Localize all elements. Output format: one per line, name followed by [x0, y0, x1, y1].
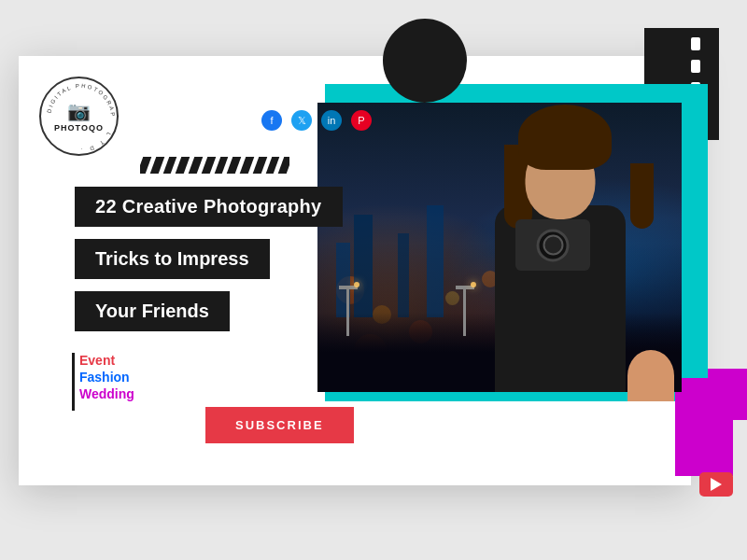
linkedin-icon[interactable]: in	[321, 110, 342, 131]
pinterest-icon[interactable]: P	[351, 110, 372, 131]
dark-semicircle-deco	[383, 19, 467, 103]
logo-curved-text-svg: DIGITAL PHOTOGRAPHY STUDIO L T D .	[41, 78, 120, 158]
title-line-1-box: 22 Creative Photography	[75, 187, 343, 227]
title-line-3-box: Your Friends	[75, 291, 230, 331]
camera-lens	[537, 229, 570, 261]
building-4	[427, 205, 444, 317]
title-line-3-text: Your Friends	[95, 301, 209, 321]
youtube-icon[interactable]	[699, 472, 733, 497]
stripe-decoration	[140, 157, 289, 174]
facebook-icon[interactable]: f	[261, 110, 282, 131]
category-event: Event	[79, 353, 134, 368]
stripe-3	[162, 157, 176, 174]
title-line-2-text: Tricks to Impress	[95, 248, 249, 269]
main-card: DIGITAL PHOTOGRAPHY STUDIO L T D . 📷 PHO…	[19, 56, 691, 485]
film-hole-1	[691, 37, 700, 50]
stripe-9	[240, 157, 254, 174]
stripe-4	[176, 157, 190, 174]
deco-magenta-rect	[675, 378, 733, 476]
svg-text:L T D .: L T D .	[78, 132, 111, 153]
category-fashion: Fashion	[79, 370, 134, 385]
streetlight-1	[346, 289, 349, 336]
photo-area	[317, 103, 682, 392]
camera-body	[515, 219, 590, 271]
logo-area: DIGITAL PHOTOGRAPHY STUDIO L T D . 📷 PHO…	[39, 77, 119, 156]
stripe-7	[214, 157, 228, 174]
vertical-line-deco	[72, 353, 75, 411]
person-hair-right	[630, 163, 654, 229]
title-line-1-text: 22 Creative Photography	[95, 196, 322, 217]
social-icons-group: f 𝕏 in P	[261, 110, 372, 131]
stripe-2	[149, 157, 163, 174]
category-wedding: Wedding	[79, 386, 134, 401]
categories-list: Event Fashion Wedding	[79, 353, 134, 401]
stripe-10	[252, 157, 266, 174]
stripe-12	[278, 157, 289, 174]
yt-play-triangle	[711, 478, 722, 491]
stripes-group	[140, 157, 289, 174]
stripe-6	[201, 157, 215, 174]
person-hair	[518, 105, 612, 170]
title-line-2-box: Tricks to Impress	[75, 239, 270, 279]
stripe-8	[227, 157, 241, 174]
logo-circle: DIGITAL PHOTOGRAPHY STUDIO L T D . 📷 PHO…	[39, 77, 119, 156]
stripe-11	[265, 157, 279, 174]
film-hole-2	[691, 60, 700, 73]
svg-text:DIGITAL PHOTOGRAPHY STUDIO: DIGITAL PHOTOGRAPHY STUDIO	[41, 78, 116, 119]
person-with-camera	[458, 121, 663, 392]
subscribe-button[interactable]: SUBSCRIBE	[205, 407, 354, 443]
building-3	[398, 233, 409, 317]
stripe-5	[189, 157, 203, 174]
building-2	[354, 215, 373, 317]
twitter-icon[interactable]: 𝕏	[291, 110, 312, 131]
deco-peach-circle	[627, 350, 674, 401]
